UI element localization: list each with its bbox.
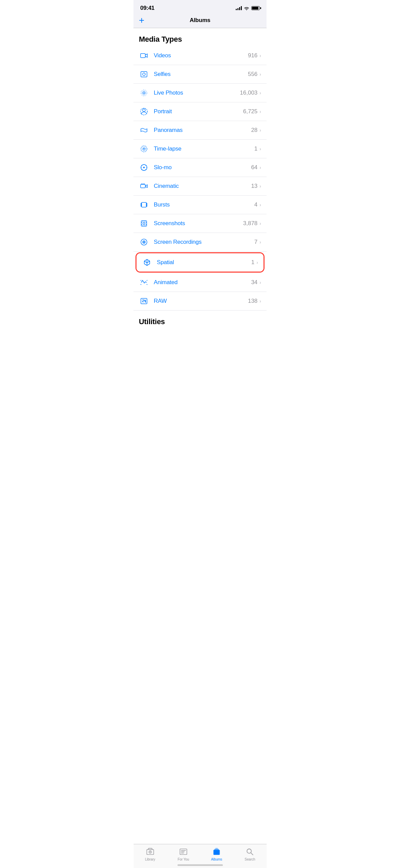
chevron-icon: ›	[259, 127, 261, 133]
item-count: 3,878	[243, 220, 258, 227]
item-label: Live Photos	[154, 90, 240, 96]
add-button[interactable]: +	[139, 16, 144, 25]
utilities-title: Utilities	[139, 317, 165, 326]
list-item[interactable]: RAW 138 ›	[133, 292, 267, 311]
chevron-icon: ›	[259, 146, 261, 152]
item-label: Animated	[154, 279, 251, 286]
status-icons	[236, 6, 260, 10]
svg-rect-14	[141, 183, 143, 184]
item-count: 138	[248, 298, 257, 304]
svg-point-23	[144, 242, 145, 243]
portrait-icon	[139, 106, 149, 117]
battery-icon	[251, 6, 260, 10]
item-label: Time-lapse	[154, 145, 254, 152]
media-types-header: Media Types	[133, 28, 267, 46]
svg-point-10	[144, 149, 145, 150]
cinematic-icon	[139, 181, 149, 191]
page-title: Albums	[190, 17, 210, 24]
status-time: 09:41	[140, 5, 154, 12]
spatial-icon	[142, 257, 152, 268]
item-label: Panoramas	[154, 127, 251, 134]
list-item[interactable]: Panoramas 28 ›	[133, 121, 267, 140]
item-count: 1	[251, 259, 254, 266]
svg-rect-0	[141, 54, 145, 58]
chevron-icon: ›	[259, 109, 261, 114]
svg-point-12	[144, 167, 145, 168]
item-label: Bursts	[154, 201, 254, 208]
item-count: 916	[248, 52, 257, 59]
svg-rect-18	[146, 203, 147, 206]
slo-mo-icon	[139, 162, 149, 173]
svg-rect-16	[142, 202, 146, 207]
list-item[interactable]: Slo-mo 64 ›	[133, 158, 267, 177]
item-label: Videos	[154, 52, 248, 59]
svg-point-2	[143, 73, 145, 76]
svg-point-20	[143, 222, 145, 224]
chevron-icon: ›	[259, 221, 261, 226]
list-item[interactable]: Time-lapse 1 ›	[133, 140, 267, 158]
panorama-icon	[139, 125, 149, 135]
item-label: Portrait	[154, 108, 243, 115]
video-icon	[139, 51, 149, 61]
svg-point-6	[143, 109, 145, 112]
media-types-title: Media Types	[139, 35, 182, 43]
chevron-icon: ›	[259, 53, 261, 58]
svg-rect-15	[143, 183, 145, 184]
item-count: 4	[254, 201, 257, 208]
list-item[interactable]: Portrait 6,725 ›	[133, 102, 267, 121]
bursts-icon	[139, 200, 149, 210]
svg-point-3	[143, 92, 145, 94]
animated-icon	[139, 277, 149, 288]
utilities-header: Utilities	[133, 311, 267, 329]
list-item[interactable]: Cinematic 13 ›	[133, 177, 267, 196]
nav-bar: + Albums	[133, 14, 267, 28]
item-label: Cinematic	[154, 183, 251, 190]
chevron-icon: ›	[259, 72, 261, 77]
item-count: 1	[254, 145, 257, 152]
item-count: 13	[251, 183, 257, 190]
item-label: Screenshots	[154, 220, 243, 227]
chevron-icon: ›	[259, 165, 261, 170]
spatial-highlight: Spatial 1 ›	[135, 252, 265, 273]
live-photo-icon	[139, 88, 149, 98]
svg-point-4	[142, 91, 146, 95]
status-bar: 09:41	[133, 0, 267, 14]
item-label: Slo-mo	[154, 164, 251, 171]
chevron-icon: ›	[259, 280, 261, 285]
item-count: 34	[251, 279, 257, 286]
item-label: Screen Recordings	[154, 239, 254, 245]
time-lapse-icon	[139, 144, 149, 154]
chevron-icon: ›	[259, 202, 261, 208]
list-item[interactable]: Bursts 4 ›	[133, 196, 267, 214]
chevron-icon: ›	[259, 183, 261, 189]
screen-recording-icon	[139, 237, 149, 247]
item-label: Spatial	[157, 259, 251, 266]
list-item[interactable]: Live Photos 16,003 ›	[133, 84, 267, 102]
item-count: 7	[254, 239, 257, 245]
list-item[interactable]: Animated 34 ›	[133, 273, 267, 292]
list-item[interactable]: Videos 916 ›	[133, 46, 267, 65]
list-item[interactable]: Screen Recordings 7 ›	[133, 233, 267, 252]
item-label: Selfies	[154, 71, 248, 78]
svg-rect-17	[141, 203, 142, 206]
chevron-icon: ›	[256, 260, 258, 265]
svg-rect-1	[141, 72, 147, 77]
content-area: Media Types Videos 916 › Selfies 556 ›	[133, 28, 267, 363]
item-label: RAW	[154, 298, 248, 304]
item-count: 6,725	[243, 108, 258, 115]
list-item[interactable]: Selfies 556 ›	[133, 65, 267, 84]
wifi-icon	[244, 6, 249, 10]
chevron-icon: ›	[259, 298, 261, 304]
screenshots-icon	[139, 218, 149, 229]
chevron-icon: ›	[259, 90, 261, 96]
list-item[interactable]: Screenshots 3,878 ›	[133, 214, 267, 233]
chevron-icon: ›	[259, 239, 261, 245]
selfie-icon	[139, 69, 149, 79]
signal-icon	[236, 6, 242, 10]
raw-icon	[139, 296, 149, 306]
item-count: 28	[251, 127, 257, 134]
list-item[interactable]: Spatial 1 ›	[136, 253, 264, 272]
item-count: 64	[251, 164, 257, 171]
svg-rect-13	[141, 184, 145, 188]
item-count: 16,003	[240, 90, 257, 96]
